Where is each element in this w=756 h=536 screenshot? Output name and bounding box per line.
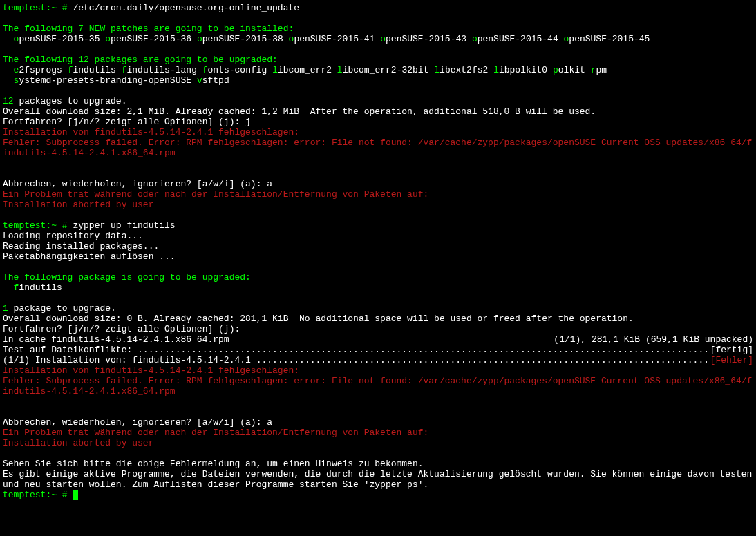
item-rest: ibext2fs2 xyxy=(440,65,488,75)
item-firstletter: o xyxy=(197,34,202,44)
item-rest: penSUSE-2015-35 xyxy=(19,34,100,44)
prompt-host-2: temptest:~ # xyxy=(3,220,73,231)
blank-line xyxy=(3,13,8,23)
blank-line xyxy=(3,396,8,407)
download-2: Overall download size: 0 B. Already cach… xyxy=(3,314,634,324)
item-firstletter: l xyxy=(493,65,499,75)
cache-right: (1/1), 281,1 KiB (659,1 KiB unpacked) xyxy=(554,334,753,345)
item-firstletter: l xyxy=(272,65,278,75)
item-rest: indutils xyxy=(19,283,62,293)
abort-prompt-1: Abbrechen, wiederholen, ignorieren? [a/w… xyxy=(3,179,272,189)
reading-msg: Reading installed packages... xyxy=(3,241,159,251)
item-firstletter: o xyxy=(105,34,111,44)
download-1: Overall download size: 2,1 MiB. Already … xyxy=(3,106,596,117)
blank-line xyxy=(3,158,8,169)
item-rest: indutils-lang xyxy=(127,65,197,75)
inst-left: (1/1) Installation von: findutils-4.5.14… xyxy=(3,355,256,365)
item-rest: ibpolkit0 xyxy=(499,65,547,75)
item-rest: sftpd xyxy=(202,75,229,86)
item-rest: ystemd-presets-branding-openSUSE xyxy=(19,75,191,86)
item-rest: penSUSE-2015-41 xyxy=(294,34,375,44)
item-firstletter: o xyxy=(380,34,386,44)
item-rest: 2fsprogs xyxy=(19,65,62,75)
note-2: Es gibt einige aktive Programme, die Dat… xyxy=(3,469,756,490)
upgrades-header-2: The following package is going to be upg… xyxy=(3,272,251,283)
fortfahren-1: Fortfahren? [j/n/? zeigt alle Optionen] … xyxy=(3,117,251,127)
abort-prompt-2: Abbrechen, wiederholen, ignorieren? [a/w… xyxy=(3,417,272,428)
blank-line xyxy=(3,44,8,55)
prompt-host-3: temptest:~ # xyxy=(3,490,73,500)
item-rest: penSUSE-2015-45 xyxy=(569,34,650,44)
command-2: zypper up findutils xyxy=(73,220,175,231)
prompt-host: temptest:~ # xyxy=(3,3,73,13)
item-rest: penSUSE-2015-44 xyxy=(478,34,558,44)
item-firstletter: f xyxy=(122,65,127,75)
blank-line xyxy=(3,262,8,272)
item-firstletter: v xyxy=(197,75,202,86)
item-firstletter: p xyxy=(553,65,558,75)
item-rest: olkit xyxy=(558,65,585,75)
item-rest: penSUSE-2015-43 xyxy=(386,34,466,44)
status-fertig: [fertig] xyxy=(710,345,753,355)
problem-msg-1: Ein Problem trat während oder nach der I… xyxy=(3,189,428,200)
item-rest: onts-config xyxy=(208,65,267,75)
terminal-output[interactable]: temptest:~ # /etc/cron.daily/opensuse.or… xyxy=(0,0,756,503)
blank-line xyxy=(3,169,8,179)
cache-left: In cache findutils-4.5.14-2.4.1.x86_64.r… xyxy=(3,334,229,345)
blank-line xyxy=(3,407,8,417)
item-rest: pm xyxy=(596,65,607,75)
item-firstletter: l xyxy=(434,65,440,75)
summary-count: 12 xyxy=(3,96,14,106)
item-rest: penSUSE-2015-36 xyxy=(111,34,191,44)
item-firstletter: f xyxy=(202,65,208,75)
fail-msg-3: Installation von findutils-4.5.14-2.4.1 … xyxy=(3,365,299,376)
resolve-msg: Paketabhängigkeiten auflösen ... xyxy=(3,251,176,262)
command-1: /etc/cron.daily/opensuse.org-online_upda… xyxy=(73,3,299,13)
aborted-1: Installation aborted by user xyxy=(3,200,153,210)
aborted-2: Installation aborted by user xyxy=(3,438,153,448)
item-rest: ibcom_err2-32bit xyxy=(343,65,429,75)
blank-line xyxy=(3,448,8,459)
note-1: Sehen Sie sich bitte die obige Fehlermel… xyxy=(3,459,424,469)
item-rest: ibcom_err2 xyxy=(278,65,332,75)
blank-line xyxy=(3,293,8,303)
fortfahren-2: Fortfahren? [j/n/? zeigt alle Optionen] … xyxy=(3,324,240,334)
patches-header: The following 7 NEW patches are going to… xyxy=(3,23,294,34)
item-firstletter: l xyxy=(337,65,343,75)
summary-count-2: 1 xyxy=(3,303,8,314)
inst-dots: ........................................… xyxy=(256,355,710,365)
item-rest: indutils xyxy=(73,65,115,75)
problem-msg-2: Ein Problem trat während oder nach der I… xyxy=(3,428,428,438)
blank-line xyxy=(3,210,8,220)
cursor-block[interactable] xyxy=(73,490,78,500)
item-rest: penSUSE-2015-38 xyxy=(202,34,283,44)
summary-text: packages to upgrade. xyxy=(14,96,127,106)
fail-msg-2: Fehler: Subprocess failed. Error: RPM fe… xyxy=(3,137,752,158)
item-firstletter: o xyxy=(472,34,478,44)
test-left: Test auf Dateikonflikte: xyxy=(3,345,138,355)
loading-msg: Loading repository data... xyxy=(3,231,143,241)
fail-msg-4: Fehler: Subprocess failed. Error: RPM fe… xyxy=(3,376,752,396)
upgrades-header: The following 12 packages are going to b… xyxy=(3,55,278,65)
fail-msg-1: Installation von findutils-4.5.14-2.4.1 … xyxy=(3,127,299,137)
test-dots: ........................................… xyxy=(138,345,710,355)
blank-line xyxy=(3,86,8,96)
summary-text-2: package to upgrade. xyxy=(8,303,116,314)
status-fehler: [Fehler] xyxy=(710,355,753,365)
